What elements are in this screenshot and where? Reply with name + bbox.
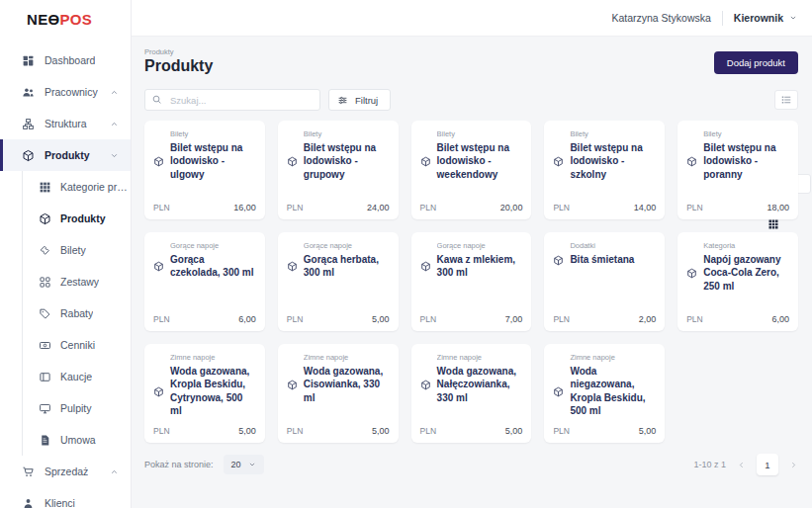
product-name: Bilet wstępu na lodowisko - poranny — [703, 141, 789, 181]
product-price: 24,00 — [367, 203, 390, 212]
sidebar-item-label: Sprzedaż — [45, 466, 88, 477]
product-card[interactable]: Zimne napojeWoda niegazowana, Kropla Bes… — [544, 344, 665, 443]
add-product-button[interactable]: Dodaj produkt — [714, 51, 798, 74]
product-category: Zimne napoje — [304, 353, 390, 362]
product-card-body: Bilet wstępu na lodowisko - grupowy — [287, 141, 390, 181]
product-price-row: PLN7,00 — [420, 314, 523, 324]
sidebar-item-label: Cenniki — [60, 339, 95, 351]
filter-icon — [337, 95, 348, 106]
product-card-body: Bilet wstępu na lodowisko - weekendowy — [420, 141, 523, 181]
sidebar-subitem-kaucje[interactable]: Kaucje — [23, 361, 131, 392]
product-card-body: Gorąca herbata, 300 ml — [287, 253, 390, 280]
product-currency: PLN — [287, 203, 304, 212]
product-price-row: PLN14,00 — [553, 203, 656, 212]
sidebar-item-sprzeda[interactable]: Sprzedaż — [0, 456, 131, 487]
product-price: 5,00 — [238, 426, 256, 436]
sidebar-item-struktura[interactable]: Struktura — [0, 108, 131, 139]
sidebar-item-klienci[interactable]: Klienci — [0, 487, 131, 508]
sidebar-subitem-bilety[interactable]: Bilety — [23, 234, 131, 266]
product-card[interactable]: DodatkiBita śmietanaPLN2,00 — [544, 232, 665, 331]
product-category: Dodatki — [570, 241, 656, 250]
product-price-row: PLN24,00 — [287, 203, 390, 212]
product-card[interactable]: Zimne napojeWoda gazowana, Nałęczowianka… — [411, 344, 532, 443]
chevron-up-icon — [110, 88, 119, 97]
product-currency: PLN — [287, 314, 304, 324]
search-input[interactable] — [144, 89, 320, 111]
product-price: 5,00 — [505, 426, 523, 436]
view-toggles — [774, 90, 798, 110]
product-card[interactable]: BiletyBilet wstępu na lodowisko - porann… — [677, 121, 798, 219]
filter-button[interactable]: Filtruj — [328, 89, 391, 111]
product-card[interactable]: BiletyBilet wstępu na lodowisko - szkoln… — [544, 121, 665, 219]
product-card[interactable]: KategoriaNapój gazowany Coca-Cola Zero, … — [677, 232, 798, 331]
sidebar-item-produkty[interactable]: Produkty — [0, 139, 131, 171]
product-category: Bilety — [570, 129, 656, 138]
sidebar-subitem-pulpity[interactable]: Pulpity — [23, 392, 131, 424]
product-card[interactable]: BiletyBilet wstępu na lodowisko - weeken… — [411, 121, 532, 219]
sidebar-subitem-cenniki[interactable]: Cenniki — [23, 329, 131, 361]
product-card[interactable]: Zimne napojeWoda gazowana, Kropla Beskid… — [144, 344, 265, 443]
product-card[interactable]: Gorące napojeGorąca herbata, 300 mlPLN5,… — [278, 232, 399, 331]
cube-icon — [553, 142, 564, 181]
sidebar: NEƟPOS DashboardPracownicyStrukturaProdu… — [0, 0, 132, 508]
product-card[interactable]: BiletyBilet wstępu na lodowisko - grupow… — [278, 121, 399, 219]
sidebar-subitem-rabaty[interactable]: Rabaty — [23, 297, 131, 329]
product-card[interactable]: Gorące napojeGorąca czekolada, 300 mlPLN… — [144, 232, 265, 331]
product-category: Kategoria — [703, 241, 789, 250]
role-dropdown[interactable]: Kierownik — [734, 12, 797, 24]
chevron-right-icon — [789, 461, 798, 469]
chevron-up-icon — [110, 120, 119, 128]
product-price: 6,00 — [238, 314, 256, 324]
chevron-left-icon — [737, 461, 746, 469]
product-card-body: Bilet wstępu na lodowisko - poranny — [686, 141, 789, 181]
user-role: Kierownik — [734, 12, 783, 24]
product-price: 6,00 — [771, 314, 789, 324]
product-price-row: PLN2,00 — [553, 314, 656, 324]
search-box — [144, 89, 320, 111]
chevron-up-icon — [110, 467, 119, 476]
product-card[interactable]: Zimne napojeWoda gazowana, Cisowianka, 3… — [278, 344, 399, 443]
cube-icon — [153, 366, 164, 417]
products-grid: BiletyBilet wstępu na lodowisko - ulgowy… — [144, 121, 798, 443]
sidebar-item-label: Rabaty — [60, 307, 93, 319]
product-category: Gorące napoje — [437, 241, 523, 250]
brand-logo: NEƟPOS — [0, 0, 131, 28]
product-price-row: PLN5,00 — [153, 426, 256, 436]
product-card[interactable]: BiletyBilet wstępu na lodowisko - ulgowy… — [144, 121, 265, 219]
sidebar-subitem-produkty[interactable]: Produkty — [23, 203, 131, 234]
breadcrumb[interactable]: Produkty — [144, 47, 174, 56]
product-card[interactable]: Gorące napojeKawa z mlekiem, 300 mlPLN7,… — [411, 232, 532, 331]
product-currency: PLN — [287, 426, 304, 436]
deposit-icon — [39, 371, 51, 383]
product-price: 5,00 — [639, 426, 657, 436]
sidebar-subitem-zestawy[interactable]: Zestawy — [23, 266, 131, 297]
sidebar-item-label: Produkty — [45, 149, 90, 161]
sidebar-item-pracownicy[interactable]: Pracownicy — [0, 76, 131, 108]
sidebar-item-dashboard[interactable]: Dashboard — [0, 44, 131, 76]
product-category: Gorące napoje — [304, 241, 390, 250]
product-name: Bilet wstępu na lodowisko - weekendowy — [437, 141, 523, 181]
product-price: 20,00 — [500, 203, 523, 212]
list-view-button[interactable] — [774, 90, 798, 110]
structure-icon — [22, 118, 35, 130]
product-price: 7,00 — [505, 314, 523, 324]
cube-icon — [420, 142, 431, 181]
next-page-button[interactable] — [789, 461, 798, 469]
per-page-label: Pokaż na stronie: — [144, 460, 214, 469]
product-price: 2,00 — [639, 314, 657, 324]
sidebar-item-label: Klienci — [45, 497, 75, 508]
current-page-button[interactable]: 1 — [757, 454, 778, 475]
desktops-icon — [39, 402, 51, 415]
per-page-select[interactable]: 20 — [224, 455, 264, 474]
product-currency: PLN — [153, 314, 170, 324]
per-page-group: Pokaż na stronie: 20 — [144, 455, 264, 474]
logo-text-suffix: POS — [59, 11, 92, 28]
sidebar-subitem-kategorie-produkt-w[interactable]: Kategorie produktów — [23, 171, 131, 203]
sidebar-nav: DashboardPracownicyStrukturaProduktyKate… — [0, 44, 131, 508]
prev-page-button[interactable] — [737, 461, 746, 469]
product-category: Zimne napoje — [170, 353, 256, 362]
pricelist-icon — [39, 339, 51, 352]
sidebar-subitem-umowa[interactable]: Umowa — [23, 424, 131, 456]
cart-icon — [22, 466, 35, 478]
main-content: Produkty Produkty Dodaj produkt Filtruj … — [132, 37, 812, 508]
